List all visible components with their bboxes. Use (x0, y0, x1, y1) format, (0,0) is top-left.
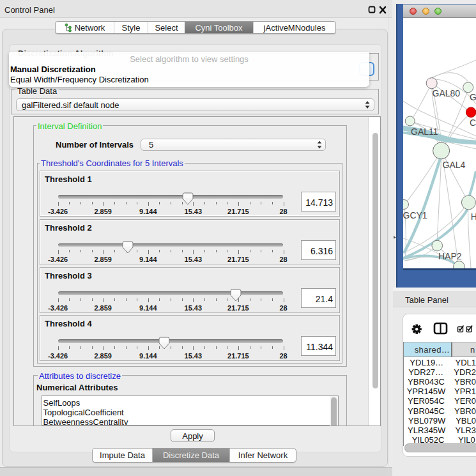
svg-text:GCY1: GCY1 (403, 210, 427, 220)
svg-text:GAL11: GAL11 (411, 127, 438, 137)
svg-text:H: H (471, 211, 476, 222)
svg-text:HAP2: HAP2 (438, 251, 462, 261)
svg-text:GAL80: GAL80 (433, 88, 461, 98)
svg-text:GA: GA (470, 92, 476, 102)
svg-text:C: C (470, 118, 476, 128)
svg-text:GAL4: GAL4 (443, 160, 466, 170)
